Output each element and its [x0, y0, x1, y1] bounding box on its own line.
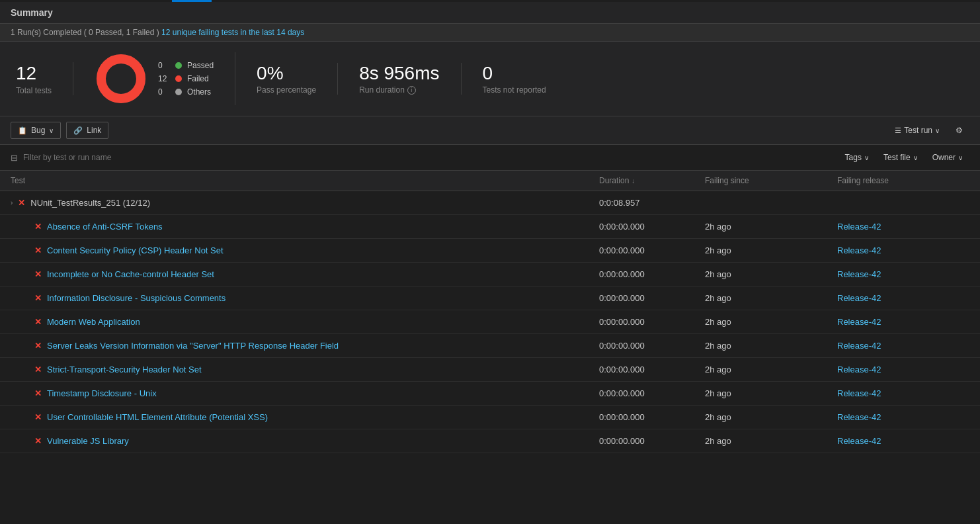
settings-button[interactable]: ⚙: [949, 122, 969, 138]
table-row: ✕ Strict-Transport-Security Header Not S…: [0, 358, 980, 382]
test-name-link[interactable]: Absence of Anti-CSRF Tokens: [47, 222, 163, 232]
donut-area: 0 Passed 12 Failed 0 Others: [95, 52, 235, 105]
test-name-cell: ✕ Absence of Anti-CSRF Tokens: [11, 216, 599, 237]
top-indicator: [0, 0, 980, 2]
pass-percentage-label: Pass percentage: [257, 85, 316, 95]
test-name-cell: ✕ Server Leaks Version Information via "…: [11, 335, 599, 356]
failing-release-cell[interactable]: Release-42: [837, 388, 969, 398]
table-row: ✕ Information Disclosure - Suspicious Co…: [0, 286, 980, 310]
test-name-cell: ✕ Incomplete or No Cache-control Header …: [11, 264, 599, 284]
failing-release-cell[interactable]: Release-42: [837, 222, 969, 232]
failing-release-cell[interactable]: Release-42: [837, 365, 969, 374]
fail-icon: ✕: [34, 436, 42, 446]
filter-input[interactable]: [23, 153, 222, 162]
unique-failing-link[interactable]: 12 unique failing tests in the last 14 d…: [161, 28, 304, 37]
test-file-button[interactable]: Test file ∨: [877, 150, 924, 165]
run-duration-info-icon[interactable]: i: [407, 86, 416, 95]
failed-dot: [175, 75, 182, 82]
owner-label: Owner: [932, 153, 956, 162]
pass-percentage-block: 0% Pass percentage: [257, 63, 338, 95]
failing-since-cell: 2h ago: [705, 341, 837, 351]
test-name-cell: ✕ Modern Web Application: [11, 312, 599, 332]
table-row: ✕ Incomplete or No Cache-control Header …: [0, 263, 980, 286]
failing-release-cell[interactable]: Release-42: [837, 341, 969, 351]
test-name-link[interactable]: Modern Web Application: [47, 317, 140, 327]
owner-chevron-icon: ∨: [958, 154, 963, 161]
expand-icon[interactable]: ›: [11, 199, 13, 206]
test-file-label: Test file: [883, 153, 911, 162]
filter-right: Tags ∨ Test file ∨ Owner ∨: [838, 150, 969, 165]
pass-percentage-number: 0%: [257, 63, 316, 84]
duration-cell: 0:00:00.000: [599, 436, 705, 446]
failing-release-cell[interactable]: Release-42: [837, 245, 969, 255]
col-header-duration[interactable]: Duration ↓: [599, 176, 705, 185]
total-tests-number: 12: [16, 62, 52, 85]
parent-test-name-cell: › ✕ NUnit_TestResults_251 (12/12): [11, 193, 599, 213]
duration-cell: 0:00:00.000: [599, 269, 705, 279]
info-text: 1 Run(s) Completed ( 0 Passed, 1 Failed …: [11, 28, 161, 37]
filter-input-wrapper: ⊟: [11, 153, 838, 163]
run-duration-block: 8s 956ms Run duration i: [359, 63, 461, 95]
bug-label: Bug: [31, 126, 45, 135]
failing-release-cell[interactable]: Release-42: [837, 317, 969, 327]
total-tests-label: Total tests: [16, 86, 52, 95]
test-name-cell: ✕ Strict-Transport-Security Header Not S…: [11, 359, 599, 380]
test-name-link[interactable]: Information Disclosure - Suspicious Comm…: [47, 293, 225, 303]
table-row: ✕ Modern Web Application 0:00:00.000 2h …: [0, 310, 980, 334]
test-run-chevron-icon: ∨: [935, 127, 940, 134]
parent-duration: 0:0:08.957: [599, 198, 705, 208]
svg-point-2: [106, 64, 136, 93]
others-dot: [175, 89, 182, 95]
test-name-link[interactable]: Incomplete or No Cache-control Header Se…: [47, 269, 214, 279]
failing-release-cell[interactable]: Release-42: [837, 412, 969, 422]
test-name-link[interactable]: Strict-Transport-Security Header Not Set: [47, 365, 202, 374]
failing-since-cell: 2h ago: [705, 412, 837, 422]
test-name-link[interactable]: Timestamp Disclosure - Unix: [47, 388, 157, 398]
failing-release-cell[interactable]: Release-42: [837, 269, 969, 279]
parent-test-name: NUnit_TestResults_251 (12/12): [30, 198, 150, 208]
owner-button[interactable]: Owner ∨: [926, 150, 969, 165]
summary-title: Summary: [11, 7, 53, 18]
table-row: ✕ Vulnerable JS Library 0:00:00.000 2h a…: [0, 429, 980, 453]
duration-cell: 0:00:00.000: [599, 412, 705, 422]
test-run-button[interactable]: ☰ Test run ∨: [888, 122, 946, 138]
test-run-label: Test run: [904, 126, 932, 135]
col-header-failing-since: Failing since: [705, 176, 837, 185]
tags-button[interactable]: Tags ∨: [838, 150, 876, 165]
failing-release-cell[interactable]: Release-42: [837, 293, 969, 303]
failing-release-cell[interactable]: Release-42: [837, 436, 969, 446]
failing-since-cell: 2h ago: [705, 222, 837, 232]
duration-cell: 0:00:00.000: [599, 222, 705, 232]
table-row: ✕ User Controllable HTML Element Attribu…: [0, 406, 980, 429]
table-row: ✕ Timestamp Disclosure - Unix 0:00:00.00…: [0, 382, 980, 406]
test-name-link[interactable]: Content Security Policy (CSP) Header Not…: [47, 245, 224, 255]
legend-item-others: 0 Others: [158, 87, 214, 97]
donut-chart: [95, 52, 147, 105]
test-name-link[interactable]: Server Leaks Version Information via "Se…: [47, 341, 339, 351]
table-row: ✕ Server Leaks Version Information via "…: [0, 334, 980, 358]
failing-since-cell: 2h ago: [705, 245, 837, 255]
tests-not-reported-number: 0: [483, 63, 546, 84]
failing-since-cell: 2h ago: [705, 269, 837, 279]
link-icon: 🔗: [73, 126, 83, 135]
filter-icon: ⊟: [11, 153, 18, 163]
duration-cell: 0:00:00.000: [599, 365, 705, 374]
passed-dot: [175, 62, 182, 69]
bug-icon: 📋: [18, 126, 27, 135]
failing-since-cell: 2h ago: [705, 317, 837, 327]
bug-button[interactable]: 📋 Bug ∨: [11, 122, 61, 139]
bug-chevron-icon: ∨: [49, 127, 54, 134]
fail-icon: ✕: [34, 365, 42, 374]
fail-icon: ✕: [34, 245, 42, 255]
legend-item-passed: 0 Passed: [158, 61, 214, 70]
passed-label: Passed: [187, 61, 214, 70]
link-button[interactable]: 🔗 Link: [66, 122, 108, 139]
run-duration-label: Run duration i: [359, 85, 439, 95]
legend: 0 Passed 12 Failed 0 Others: [158, 61, 214, 97]
test-name-link[interactable]: User Controllable HTML Element Attribute…: [47, 412, 268, 422]
legend-item-failed: 12 Failed: [158, 74, 214, 83]
test-name-link[interactable]: Vulnerable JS Library: [47, 436, 129, 446]
duration-cell: 0:00:00.000: [599, 293, 705, 303]
test-name-cell: ✕ Content Security Policy (CSP) Header N…: [11, 240, 599, 261]
col-header-test: Test: [11, 176, 599, 185]
